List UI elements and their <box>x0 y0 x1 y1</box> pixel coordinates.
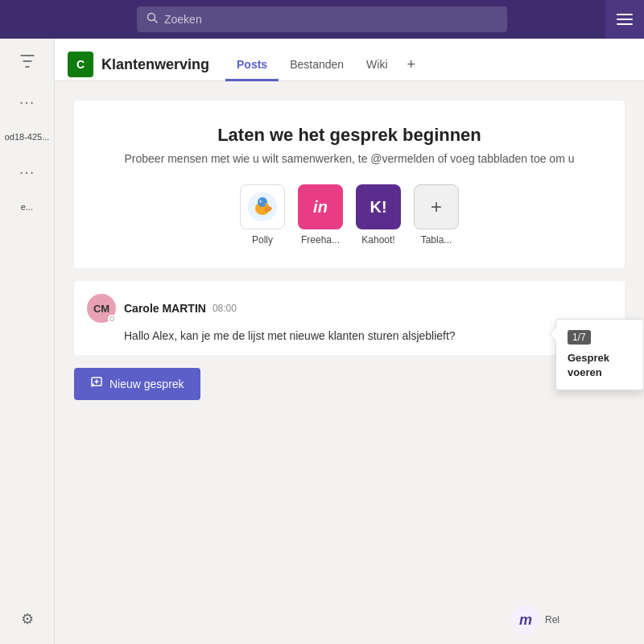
app-kahoot[interactable]: K! Kahoot! <box>356 184 401 246</box>
svg-line-1 <box>155 20 158 23</box>
svg-point-10 <box>261 200 262 201</box>
plus-icon: + <box>431 196 442 218</box>
svg-rect-2 <box>617 14 633 15</box>
polly-icon-box <box>240 184 285 229</box>
channel-content: Laten we het gesprek beginnen Probeer me… <box>55 81 644 644</box>
tooltip-counter: 1/7 <box>568 330 591 345</box>
kahoot-icon-text: K! <box>369 198 386 217</box>
tooltip-text: Gesprek voeren <box>568 351 632 380</box>
message-text: Hallo Alex, kan je me de lijst met nieuw… <box>124 329 612 342</box>
message-header: CM Carole MARTIN 08:00 <box>87 294 612 323</box>
channel-name: Klantenwerving <box>101 56 209 73</box>
kahoot-label: Kahoot! <box>361 234 394 246</box>
tab-bestanden[interactable]: Bestanden <box>279 50 355 81</box>
menu-button[interactable] <box>605 0 644 39</box>
svg-rect-3 <box>617 19 633 20</box>
new-conversation-label: Nieuw gesprek <box>109 378 184 390</box>
sidebar-dots-1[interactable]: ··· <box>11 85 43 119</box>
miro-logo: m <box>511 605 540 634</box>
add-label: Tabla... <box>421 234 452 246</box>
app-freehand[interactable]: in Freeha... <box>298 184 343 246</box>
kahoot-icon-box: K! <box>356 184 401 229</box>
message-time: 08:00 <box>213 303 237 314</box>
search-icon <box>147 12 158 27</box>
miro-label: Rel <box>545 614 559 625</box>
app-polly[interactable]: Polly <box>240 184 285 246</box>
search-input[interactable] <box>164 13 497 26</box>
tab-wiki[interactable]: Wiki <box>355 50 398 81</box>
content-area: C Klantenwerving Posts Bestanden Wiki + … <box>55 39 644 644</box>
sidebar-dots-2[interactable]: ··· <box>11 155 43 189</box>
filter-icon[interactable] <box>14 48 41 78</box>
tooltip-arrow <box>550 328 556 341</box>
main-layout: ··· od18-425... ··· e... ⚙ C Klantenwerv… <box>0 39 644 644</box>
miro-letter: m <box>519 612 532 629</box>
channel-header: C Klantenwerving Posts Bestanden Wiki + <box>55 39 644 81</box>
app-icons-row: Polly in Freeha... K! Kahoot <box>90 184 609 246</box>
sidebar-item-1[interactable]: od18-425... <box>0 126 54 148</box>
message-section: CM Carole MARTIN 08:00 Hallo Alex, kan j… <box>74 281 625 355</box>
message-author: Carole MARTIN <box>124 302 206 315</box>
new-conversation-button[interactable]: Nieuw gesprek <box>74 368 200 400</box>
freehand-icon-box: in <box>298 184 343 229</box>
welcome-title: Laten we het gesprek beginnen <box>90 125 609 146</box>
tooltip-popover: 1/7 Gesprek voeren <box>555 319 644 390</box>
svg-point-7 <box>258 197 267 207</box>
channel-tabs: Posts Bestanden Wiki + <box>225 48 423 80</box>
polly-label: Polly <box>252 234 273 246</box>
tab-add-button[interactable]: + <box>399 48 424 81</box>
sidebar-item-2[interactable]: e... <box>0 196 54 218</box>
welcome-section: Laten we het gesprek beginnen Probeer me… <box>74 101 625 268</box>
sidebar-narrow: ··· od18-425... ··· e... ⚙ <box>0 39 55 644</box>
add-icon-box: + <box>414 184 459 229</box>
channel-icon: C <box>68 52 93 77</box>
avatar: CM <box>87 294 116 323</box>
tab-posts[interactable]: Posts <box>225 50 279 81</box>
search-bar[interactable] <box>137 6 507 32</box>
miro-icon[interactable]: m Rel <box>511 605 559 634</box>
compose-icon <box>90 376 103 392</box>
freehand-icon-text: in <box>313 198 328 217</box>
svg-rect-4 <box>617 23 633 25</box>
avatar-status <box>108 315 116 323</box>
settings-icon[interactable]: ⚙ <box>14 604 40 634</box>
freehand-label: Freeha... <box>301 234 340 246</box>
top-bar <box>0 0 644 39</box>
welcome-subtitle: Probeer mensen met wie u wilt samenwerke… <box>90 152 609 165</box>
app-add[interactable]: + Tabla... <box>414 184 459 246</box>
